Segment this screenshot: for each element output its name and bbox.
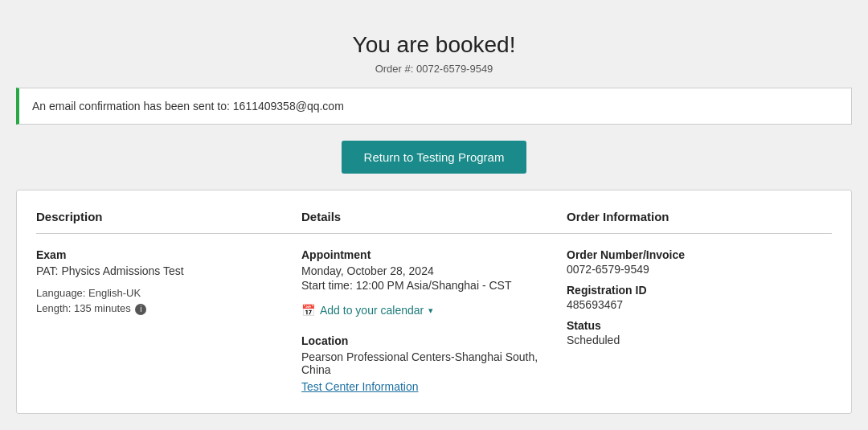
details-header: Details bbox=[301, 210, 567, 223]
confirmation-text: An email confirmation has been sent to: … bbox=[32, 100, 344, 113]
appointment-time: Start time: 12:00 PM Asia/Shanghai - CST bbox=[301, 279, 567, 292]
confirmation-banner: An email confirmation has been sent to: … bbox=[16, 88, 852, 125]
language-line: Language: English-UK bbox=[36, 287, 301, 299]
reg-id-value: 485693467 bbox=[567, 298, 832, 311]
description-column: Exam PAT: Physics Admissions Test Langua… bbox=[36, 248, 301, 394]
calendar-link[interactable]: 📅 Add to your calendar ▾ bbox=[301, 304, 433, 317]
page-container: You are booked! Order #: 0072-6579-9549 … bbox=[16, 16, 852, 414]
details-column: Appointment Monday, October 28, 2024 Sta… bbox=[301, 248, 567, 394]
page-title: You are booked! bbox=[16, 32, 852, 58]
order-number: Order #: 0072-6579-9549 bbox=[16, 63, 852, 75]
calendar-icon: 📅 bbox=[301, 304, 315, 317]
length-line: Length: 135 minutes i bbox=[36, 302, 301, 315]
calendar-link-text: Add to your calendar bbox=[320, 304, 424, 317]
info-icon[interactable]: i bbox=[135, 304, 146, 315]
chevron-down-icon: ▾ bbox=[428, 305, 433, 316]
appointment-date: Monday, October 28, 2024 bbox=[301, 264, 567, 277]
reg-id-label: Registration ID bbox=[567, 284, 832, 297]
exam-name: PAT: Physics Admissions Test bbox=[36, 264, 301, 277]
exam-label: Exam bbox=[36, 248, 301, 261]
columns-body: Exam PAT: Physics Admissions Test Langua… bbox=[36, 248, 832, 394]
order-number-label: Order Number/Invoice bbox=[567, 248, 832, 261]
appointment-label: Appointment bbox=[301, 248, 567, 261]
order-column: Order Number/Invoice 0072-6579-9549 Regi… bbox=[567, 248, 832, 394]
order-number-value: 0072-6579-9549 bbox=[567, 263, 832, 276]
status-label: Status bbox=[567, 319, 832, 332]
description-header: Description bbox=[36, 210, 301, 223]
header-section: You are booked! Order #: 0072-6579-9549 bbox=[16, 16, 852, 88]
length-text: Length: 135 minutes bbox=[36, 302, 131, 314]
location-label: Location bbox=[301, 334, 567, 347]
status-value: Scheduled bbox=[567, 334, 832, 346]
test-center-link[interactable]: Test Center Information bbox=[301, 380, 419, 393]
location-name: Pearson Professional Centers-Shanghai So… bbox=[301, 350, 567, 376]
return-button[interactable]: Return to Testing Program bbox=[342, 141, 527, 174]
columns-header: Description Details Order Information bbox=[36, 210, 832, 234]
button-section: Return to Testing Program bbox=[16, 141, 852, 174]
order-header: Order Information bbox=[567, 210, 832, 223]
content-card: Description Details Order Information Ex… bbox=[16, 190, 852, 414]
